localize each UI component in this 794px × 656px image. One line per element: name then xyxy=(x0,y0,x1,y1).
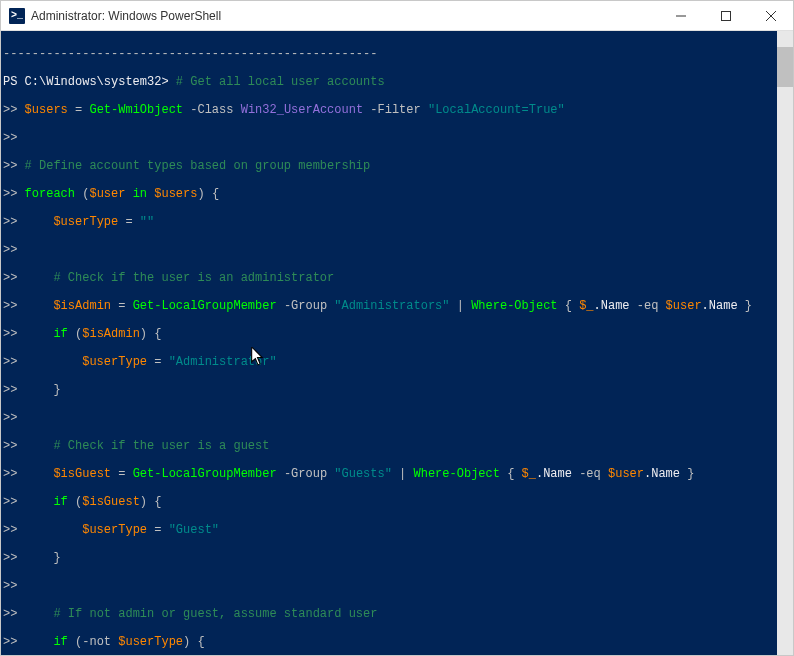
code-line: >> $isAdmin = Get-LocalGroupMember -Grou… xyxy=(3,299,793,313)
code-line: >> if (-not $userType) { xyxy=(3,635,793,649)
code-line: >> $isGuest = Get-LocalGroupMember -Grou… xyxy=(3,467,793,481)
code-line: >> } xyxy=(3,551,793,565)
code-line: >> $users = Get-WmiObject -Class Win32_U… xyxy=(3,103,793,117)
minimize-button[interactable] xyxy=(658,1,703,30)
powershell-icon: >_ xyxy=(9,8,25,24)
svg-rect-1 xyxy=(721,11,730,20)
window-controls xyxy=(658,1,793,30)
code-line: >> xyxy=(3,579,793,593)
code-line: PS C:\Windows\system32> # Get all local … xyxy=(3,75,793,89)
terminal[interactable]: ----------------------------------------… xyxy=(1,31,793,655)
window-title: Administrator: Windows PowerShell xyxy=(31,9,658,23)
code-line: >> $userType = "Administrator" xyxy=(3,355,793,369)
code-line: >> # If not admin or guest, assume stand… xyxy=(3,607,793,621)
scrollbar-thumb[interactable] xyxy=(777,47,793,87)
maximize-button[interactable] xyxy=(703,1,748,30)
code-line: >> # Check if the user is an administrat… xyxy=(3,271,793,285)
code-line: >> xyxy=(3,243,793,257)
code-line: >> # Define account types based on group… xyxy=(3,159,793,173)
code-line: >> foreach ($user in $users) { xyxy=(3,187,793,201)
code-line: >> # Check if the user is a guest xyxy=(3,439,793,453)
scrollbar[interactable] xyxy=(777,31,793,655)
code-line: >> $userType = "" xyxy=(3,215,793,229)
code-line: >> if ($isGuest) { xyxy=(3,495,793,509)
titlebar[interactable]: >_ Administrator: Windows PowerShell xyxy=(1,1,793,31)
code-line: >> xyxy=(3,131,793,145)
code-line: >> xyxy=(3,411,793,425)
code-line: >> if ($isAdmin) { xyxy=(3,327,793,341)
close-button[interactable] xyxy=(748,1,793,30)
code-line: >> $userType = "Guest" xyxy=(3,523,793,537)
code-line: >> } xyxy=(3,383,793,397)
divider-line: ----------------------------------------… xyxy=(3,47,793,61)
powershell-window: >_ Administrator: Windows PowerShell ---… xyxy=(0,0,794,656)
